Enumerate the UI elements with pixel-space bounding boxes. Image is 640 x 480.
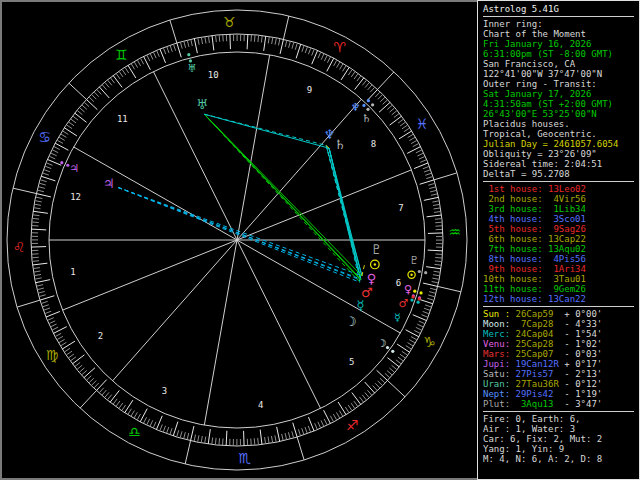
transit-dot bbox=[391, 350, 394, 353]
sign-boundary bbox=[378, 72, 394, 90]
degree-tick bbox=[357, 76, 361, 81]
info-line: Sidereal time: 2:04:51 bbox=[483, 159, 637, 169]
degree-tick-major bbox=[64, 128, 77, 136]
degree-tick-major bbox=[113, 75, 122, 87]
planet-position-list: Sun : 26Cap59 + 0°00'Moon: 7Cap28 - 4°33… bbox=[483, 309, 637, 409]
info-line: San Francisco, CA bbox=[483, 59, 637, 69]
transit-dot bbox=[419, 291, 422, 294]
degree-tick bbox=[351, 72, 355, 77]
degree-tick bbox=[433, 204, 439, 205]
degree-tick bbox=[368, 85, 372, 90]
planet-glyph-saturn: ♄ bbox=[334, 137, 346, 152]
degree-tick bbox=[61, 134, 67, 137]
degree-tick-major bbox=[424, 197, 439, 200]
planet-glyph-jupiter: ♃ bbox=[103, 176, 115, 191]
info-line: Obliquity = 23°26'09" bbox=[483, 149, 637, 159]
planet-row: Sun : 26Cap59 + 0°00' bbox=[483, 309, 637, 319]
planet-name: Moon: bbox=[483, 319, 516, 329]
planet-row: Moon: 7Cap28 - 4°33' bbox=[483, 319, 637, 329]
degree-tick bbox=[32, 222, 38, 223]
degree-tick bbox=[73, 116, 78, 120]
degree-tick bbox=[125, 68, 129, 73]
degree-tick bbox=[389, 368, 394, 372]
degree-tick bbox=[383, 100, 388, 104]
degree-tick bbox=[184, 432, 186, 438]
degree-tick bbox=[413, 144, 419, 147]
degree-tick-major bbox=[247, 34, 248, 49]
info-line: Chart of the Moment bbox=[483, 29, 637, 39]
planet-row: Merc: 24Cap04 - 1°54' bbox=[483, 329, 637, 339]
planet-position: 7Cap28 bbox=[516, 319, 565, 329]
degree-tick bbox=[209, 36, 210, 42]
sign-glyph-cancer: ♋ bbox=[38, 129, 51, 145]
degree-tick bbox=[201, 38, 202, 44]
degree-tick-major bbox=[387, 358, 399, 367]
degree-tick bbox=[398, 119, 403, 123]
degree-tick bbox=[254, 438, 255, 444]
degree-tick bbox=[89, 97, 94, 102]
degree-tick bbox=[348, 70, 352, 75]
planet-latitude: - 1°02' bbox=[564, 339, 602, 349]
planet-latitude: - 2°13' bbox=[564, 369, 602, 379]
degree-tick-major bbox=[390, 116, 402, 125]
house-cusp-list: 1st house: 13Leo02 2nd house: 4Vir56 3rd… bbox=[483, 184, 637, 304]
house-row: 6th house: 13Cap22 bbox=[483, 234, 637, 244]
sign-boundary bbox=[80, 391, 96, 409]
degree-tick bbox=[414, 330, 420, 333]
planet-position: 25Cap28 bbox=[516, 339, 565, 349]
degree-tick-major bbox=[367, 89, 377, 100]
degree-tick bbox=[44, 170, 50, 172]
chart-wheel: ♈♉♊♋♌♍♎♏♐♑♒♓123456789101112☽☿♀♂♃♄♅♆♇☽☿♀♂… bbox=[0, 0, 478, 480]
totals-line: Fire: 0, Earth: 6, bbox=[483, 414, 637, 424]
degree-tick bbox=[387, 371, 392, 375]
degree-tick bbox=[56, 333, 62, 336]
sign-boundary bbox=[388, 381, 406, 397]
degree-tick bbox=[351, 403, 355, 408]
degree-tick bbox=[177, 430, 179, 436]
degree-tick-major bbox=[426, 267, 441, 269]
degree-tick-major bbox=[399, 131, 412, 139]
degree-tick-major bbox=[355, 78, 364, 90]
degree-tick bbox=[35, 274, 41, 275]
degree-tick bbox=[167, 427, 169, 433]
degree-tick bbox=[378, 381, 383, 386]
house-cusp-line bbox=[237, 170, 411, 240]
planet-dot bbox=[410, 299, 413, 302]
degree-tick bbox=[33, 215, 39, 216]
degree-tick bbox=[37, 285, 43, 286]
transit-glyph-sun-dot bbox=[410, 274, 412, 276]
transit-dot bbox=[418, 297, 421, 300]
degree-tick bbox=[48, 318, 54, 321]
degree-tick-major bbox=[341, 67, 349, 80]
degree-tick bbox=[32, 257, 38, 258]
degree-tick bbox=[61, 342, 67, 345]
degree-tick bbox=[430, 288, 436, 290]
planet-name: Sun : bbox=[483, 309, 516, 319]
planet-glyph-uranus: ♅ bbox=[196, 97, 208, 112]
planet-name: Merc: bbox=[483, 329, 516, 339]
degree-tick bbox=[408, 343, 414, 346]
degree-tick bbox=[150, 420, 153, 426]
planet-name: Satu: bbox=[483, 369, 516, 379]
degree-tick bbox=[394, 114, 399, 118]
app-title: Astrolog 5.41G bbox=[483, 4, 637, 14]
planet-glyph-pluto: ♇ bbox=[371, 242, 383, 257]
info-line: 26°43'00"E 53°25'00"N bbox=[483, 109, 637, 119]
degree-tick bbox=[94, 92, 99, 97]
degree-tick bbox=[435, 261, 441, 262]
aspect-line-con bbox=[362, 262, 365, 276]
degree-tick bbox=[359, 397, 363, 402]
degree-tick bbox=[215, 438, 216, 444]
degree-tick bbox=[337, 62, 340, 68]
planet-latitude: - 0°12' bbox=[564, 379, 602, 389]
degree-tick bbox=[75, 362, 80, 366]
degree-tick-major bbox=[397, 344, 410, 352]
degree-tick bbox=[184, 41, 186, 47]
degree-tick bbox=[194, 435, 195, 441]
planet-name: Venu: bbox=[483, 339, 516, 349]
planet-dot bbox=[366, 108, 369, 111]
sign-glyph-gemini: ♊ bbox=[115, 47, 128, 63]
transit-glyph-venus: ♀ bbox=[404, 283, 412, 296]
planet-position: 29Pis42 bbox=[516, 389, 565, 399]
sign-glyph-aquarius: ♒ bbox=[449, 224, 462, 240]
